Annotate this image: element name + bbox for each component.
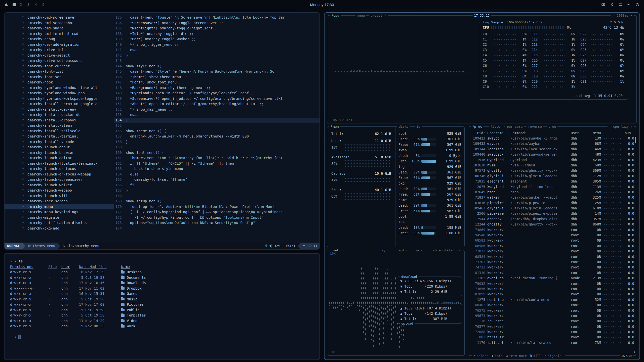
process-row[interactable]: 72073kworker/root0B0.0	[471, 249, 634, 254]
code-line[interactable]: 156show_theme_menu() {	[114, 128, 319, 134]
process-row[interactable]: 73703kworker/root0B0.0	[471, 259, 634, 265]
process-row[interactable]: 102638nvimnvim --embed .dhh58M0.0	[471, 163, 634, 168]
code-line[interactable]: 162 if [[ "$theme" == "CNCLD" || -z "$th…	[114, 161, 319, 166]
network-interface[interactable]: ‹b enp191s0 n›	[431, 248, 462, 252]
process-row[interactable]: 803btrfs-trroot0B0.0	[471, 335, 634, 340]
file-item[interactable]: *omarchy-hyprland-window-pop	[5, 90, 114, 96]
process-row[interactable]: 1170tailscal/usr/sbin/tailscaled --root7…	[471, 340, 634, 345]
signals-key[interactable]: s	[544, 354, 546, 358]
file-item[interactable]: *omarchy-migrate	[5, 215, 114, 220]
file-item[interactable]: *omarchy-lock-screen	[5, 199, 114, 204]
file-item[interactable]: *omarchy-drive-set-password	[5, 58, 114, 64]
code-line[interactable]: 150 *Screensaver*) open_in_editor ~/.con…	[114, 96, 319, 102]
process-row[interactable]: 81310kworker/root0B0.0	[471, 270, 634, 276]
code-line[interactable]: 140 *) show_trigger_menu ;;	[114, 42, 319, 48]
workspace-4[interactable]: 4	[35, 3, 37, 7]
code-line[interactable]: 167}	[114, 188, 319, 193]
preset-tab[interactable]: preset *	[369, 13, 388, 18]
command-line[interactable]: ~ ›	[10, 334, 314, 340]
process-row[interactable]: 102099kworker/root0B0.0	[471, 292, 634, 297]
code-line[interactable]: 163 back_to show_style_menu	[114, 166, 319, 172]
process-row[interactable]: 2544dropbox/home/dhh/.dropbox-distdhh357…	[471, 216, 634, 222]
code-line[interactable]: 145 case $(menu "Style" "◐ Theme\nA Font…	[114, 69, 319, 74]
file-item[interactable]: *omarchy-drive-select	[5, 53, 114, 58]
code-line[interactable]: 155	[114, 123, 319, 128]
proc-sort-mode[interactable]: ‹ cpu lazy ›	[608, 124, 634, 129]
column-header[interactable]: Pid:	[471, 130, 487, 136]
code-line[interactable]: 143	[114, 58, 319, 64]
code-line[interactable]: 166 fi	[114, 183, 319, 188]
file-item[interactable]: *omarchy-hook	[5, 80, 114, 85]
process-row[interactable]: 76577kworker/root0B0.0	[471, 324, 634, 329]
terminate-key[interactable]: ↵	[506, 354, 508, 358]
process-row[interactable]: 74733kworker/root0B0.0	[471, 265, 634, 270]
process-row[interactable]: 76575kworker/root0B0.0	[471, 308, 634, 313]
file-item[interactable]: *omarchy-launch-or-focus-webapp	[5, 172, 114, 177]
workspace-2[interactable]: 2	[20, 3, 22, 7]
code-line[interactable]: 142}	[114, 53, 319, 58]
power-icon[interactable]	[635, 3, 639, 7]
process-row[interactable]: 2506pipewire/usr/bin/pipewire-pulsedhh14…	[471, 211, 634, 216]
file-item[interactable]: *omarchy-launch-editor	[5, 155, 114, 161]
terminal-window[interactable]: ~ › ls PermissionsSizeUserDate ModifiedN…	[4, 253, 320, 360]
file-item[interactable]: *omarchy-pkg-add	[5, 226, 114, 231]
process-row[interactable]: 72088kworker/root0B0.0	[471, 329, 634, 335]
code-line[interactable]: 151 *About*) open_in_editor ~/.config/om…	[114, 101, 319, 107]
code-line[interactable]: 168	[114, 193, 319, 199]
code-line[interactable]: 138 *Idle*) omarchy-toggle-idle ;;	[114, 31, 319, 37]
active-workspace-icon[interactable]	[13, 3, 16, 6]
file-item[interactable]: *omarchy-launch-browser	[5, 150, 114, 156]
file-item[interactable]: *omarchy-cmd-terminal-cwd	[5, 31, 114, 37]
code-line[interactable]: 139 *Bar*) omarchy-toggle-waybar ;;	[114, 36, 319, 42]
process-row[interactable]: 87649btopbtopdhh26M0.0	[471, 190, 634, 195]
file-item[interactable]: *omarchy-hyprland-window-close-all	[5, 85, 114, 91]
code-line[interactable]: 171 [ -f ~/.config/hypr/bindings.conf ] …	[114, 209, 319, 215]
code-line[interactable]: 173 options="$options\n▧ Defaults\n◎ DNS…	[114, 220, 319, 226]
file-item[interactable]: *omarchy-install-chromium-google-a	[5, 101, 114, 107]
process-row[interactable]: 109440swayosd-/usr/lib/swayosd-serverdhh…	[471, 152, 634, 157]
tree-tab[interactable]: tree	[547, 124, 557, 129]
column-header[interactable]: MemB	[587, 130, 601, 136]
sync-toggle[interactable]: sync	[380, 248, 391, 252]
code-line[interactable]: 144show_style_menu() {	[114, 64, 319, 69]
process-row[interactable]: 71837walker/usr/bin/walker --gappldhh325…	[471, 195, 634, 200]
process-row[interactable]: 68584kworker/root0B0.0	[471, 254, 634, 259]
file-item[interactable]: *omarchy-cmd-share	[5, 26, 114, 31]
code-line[interactable]: 172 [ -f ~/.config/hypr/input.conf ] && …	[114, 215, 319, 220]
volume-icon[interactable]	[627, 3, 631, 7]
code-line[interactable]: 141 esac	[114, 47, 319, 53]
file-item[interactable]: *omarchy-install-dev-env	[5, 107, 114, 112]
code-line[interactable]: 146 *Theme*) show_theme_menu ;;	[114, 74, 319, 80]
code-line[interactable]: 165 omarchy-font-set "$theme"	[114, 177, 319, 183]
apple-logo-icon[interactable]	[5, 3, 9, 7]
process-row[interactable]: 1916HyprlandHyprlanddhh423M0.0	[471, 157, 634, 163]
file-item[interactable]: *omarchy-menu-keybindings	[5, 209, 114, 215]
bluetooth-icon[interactable]	[610, 3, 614, 7]
code-line[interactable]: 157 omarchy-launch-walker -m menus:omarc…	[114, 134, 319, 139]
file-item[interactable]: *omarchy-cmd-screensaver	[5, 15, 114, 20]
update-interval[interactable]: - 2000ms +	[611, 13, 634, 18]
kill-key[interactable]: k	[530, 354, 532, 358]
code-line[interactable]: 164 else	[114, 172, 319, 177]
workspace-5[interactable]: 5	[42, 3, 44, 7]
process-row[interactable]: 109423swaybg/usr/bin/swaybg -i /homdhh13…	[471, 136, 634, 141]
file-item[interactable]: *omarchy-launch-or-focus	[5, 166, 114, 172]
file-item[interactable]: *omarchy-install-docker-dbs	[5, 112, 114, 118]
code-line[interactable]: 152 *) show_main_menu ;;	[114, 107, 319, 112]
file-item[interactable]: *omarchy-drive-info	[5, 47, 114, 53]
process-row[interactable]: 73656kworker/root0B0.0	[471, 286, 634, 292]
info-key[interactable]: ↓	[492, 354, 494, 358]
btop-window[interactable]: ¹cpu menu preset * 17:33:13 - 2000ms + u…	[324, 12, 640, 360]
file-item[interactable]: *omarchy-launch-floating-terminal-	[5, 161, 114, 166]
file-item[interactable]: *omarchy-launch-screensaver	[5, 177, 114, 183]
code-line[interactable]: 149 *Hyprland*) open_in_editor ~/.config…	[114, 90, 319, 96]
file-item[interactable]: *omarchy-launch-walker	[5, 183, 114, 188]
column-header[interactable]: User:	[571, 130, 587, 136]
file-item[interactable]: *omarchy-notification-dismiss	[5, 220, 114, 226]
file-item[interactable]: *omarchy-install-steam	[5, 123, 114, 128]
file-item[interactable]: *omarchy-install-tailscale	[5, 128, 114, 134]
process-row[interactable]: 109344localsea/usr/lib/localsearch-exdhh…	[471, 147, 634, 152]
file-item[interactable]: *omarchy-font-list	[5, 69, 114, 74]
auto-toggle[interactable]: auto	[397, 248, 408, 252]
process-row[interactable]: 68402kworker/root0B0.0	[471, 302, 634, 308]
